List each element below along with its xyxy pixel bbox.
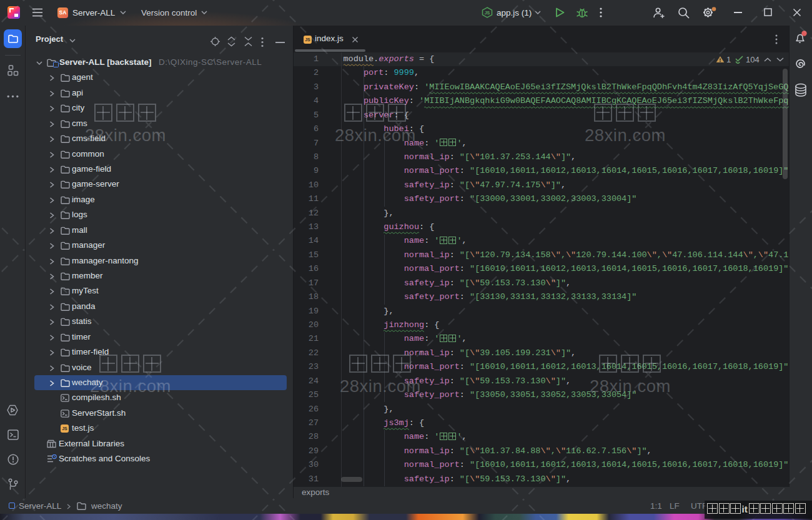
svg-text:JS: JS bbox=[485, 11, 490, 15]
